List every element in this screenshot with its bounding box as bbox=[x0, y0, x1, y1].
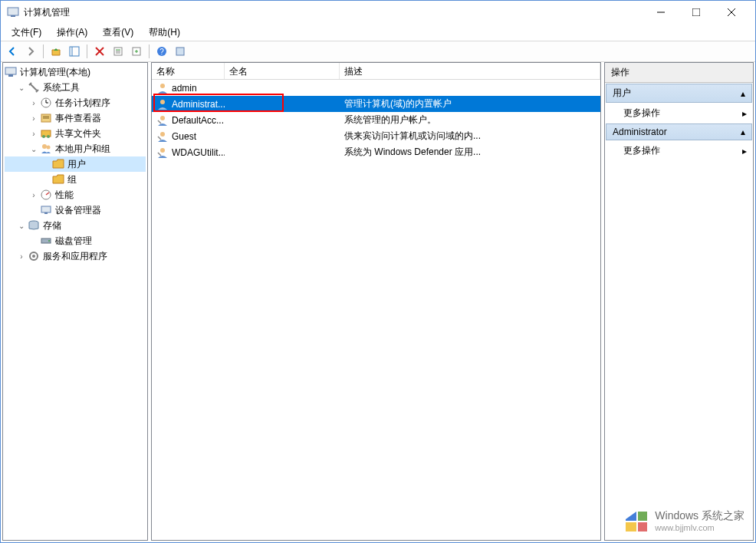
watermark-url: www.bjjmlv.com bbox=[655, 523, 744, 532]
storage-icon bbox=[28, 219, 40, 232]
menu-view[interactable]: 查看(V) bbox=[97, 25, 140, 41]
col-header-fullname[interactable]: 全名 bbox=[225, 63, 340, 79]
col-header-name[interactable]: 名称 bbox=[152, 63, 225, 79]
tree-event-viewer[interactable]: › 事件查看器 bbox=[5, 110, 146, 126]
help-button[interactable]: ? bbox=[153, 43, 170, 60]
user-icon bbox=[156, 82, 169, 94]
minimize-button[interactable] bbox=[643, 1, 679, 24]
svg-rect-6 bbox=[70, 47, 79, 56]
svg-point-37 bbox=[48, 240, 50, 242]
list-body: admin Administrat... 管理计算机(域)的内置帐户 Defau… bbox=[152, 80, 600, 540]
svg-point-29 bbox=[42, 144, 47, 149]
tree-services-apps[interactable]: › 服务和应用程序 bbox=[5, 248, 146, 264]
svg-rect-19 bbox=[8, 74, 13, 77]
collapse-icon[interactable]: ⌄ bbox=[17, 221, 26, 230]
list-header: 名称 全名 描述 bbox=[152, 63, 600, 80]
svg-point-43 bbox=[160, 132, 165, 137]
delete-button[interactable] bbox=[91, 43, 108, 60]
clock-icon bbox=[40, 97, 52, 109]
windows-logo-icon bbox=[623, 507, 650, 535]
expand-icon[interactable]: › bbox=[17, 252, 26, 261]
chevron-right-icon: ▸ bbox=[742, 108, 747, 119]
tree-disk-management[interactable]: 磁盘管理 bbox=[5, 233, 146, 248]
svg-point-44 bbox=[160, 148, 165, 153]
disk-icon bbox=[40, 235, 52, 247]
event-icon bbox=[40, 112, 52, 124]
navigation-tree: 计算机管理(本地) ⌄ 系统工具 › 任务计划程序 › 事件查看器 › 共享文件… bbox=[3, 63, 147, 540]
services-icon bbox=[28, 250, 40, 262]
tree-shared-folders[interactable]: › 共享文件夹 bbox=[5, 126, 146, 141]
action-more-administrator[interactable]: 更多操作 ▸ bbox=[605, 141, 753, 160]
collapse-icon: ▴ bbox=[741, 88, 745, 99]
action-section-users[interactable]: 用户 ▴ bbox=[606, 84, 752, 103]
svg-text:?: ? bbox=[159, 48, 164, 56]
show-hide-button[interactable] bbox=[66, 43, 83, 60]
window-title: 计算机管理 bbox=[24, 6, 70, 19]
maximize-button[interactable] bbox=[679, 1, 714, 24]
refresh-button[interactable] bbox=[110, 43, 127, 60]
list-row-defaultaccount[interactable]: DefaultAcc... 系统管理的用户帐户。 bbox=[152, 112, 600, 128]
up-button[interactable] bbox=[48, 43, 64, 60]
svg-rect-46 bbox=[638, 512, 647, 521]
collapse-icon[interactable]: ⌄ bbox=[17, 83, 26, 92]
list-row-administrator[interactable]: Administrat... 管理计算机(域)的内置帐户 bbox=[152, 96, 600, 112]
svg-point-27 bbox=[42, 135, 45, 138]
perf-icon bbox=[40, 189, 52, 201]
tree-groups[interactable]: 组 bbox=[5, 172, 146, 187]
share-icon bbox=[40, 127, 52, 140]
expand-icon[interactable]: › bbox=[29, 129, 38, 138]
action-more-users[interactable]: 更多操作 ▸ bbox=[605, 104, 753, 123]
svg-rect-47 bbox=[638, 522, 647, 531]
forward-button[interactable] bbox=[22, 43, 39, 60]
user-icon bbox=[156, 130, 169, 143]
tree-pane: 计算机管理(本地) ⌄ 系统工具 › 任务计划程序 › 事件查看器 › 共享文件… bbox=[2, 62, 148, 541]
folder-icon bbox=[52, 158, 64, 170]
user-icon bbox=[156, 146, 169, 159]
list-row-wdagutility[interactable]: WDAGUtilit... 系统为 Windows Defender 应用... bbox=[152, 144, 600, 160]
users-icon bbox=[40, 143, 52, 155]
action-section-administrator[interactable]: Administrator ▴ bbox=[606, 123, 752, 140]
back-button[interactable] bbox=[4, 43, 21, 60]
tree-storage[interactable]: ⌄ 存储 bbox=[5, 218, 146, 233]
action-header: 操作 bbox=[605, 63, 753, 83]
app-icon bbox=[7, 6, 19, 18]
properties-button[interactable] bbox=[172, 43, 189, 60]
col-header-desc[interactable]: 描述 bbox=[340, 63, 600, 79]
list-row-guest[interactable]: Guest 供来宾访问计算机或访问域的内... bbox=[152, 128, 600, 144]
svg-point-41 bbox=[160, 100, 165, 104]
svg-rect-18 bbox=[5, 67, 16, 74]
expand-icon[interactable]: › bbox=[29, 98, 38, 107]
folder-icon bbox=[52, 173, 64, 186]
tree-system-tools[interactable]: ⌄ 系统工具 bbox=[5, 80, 146, 95]
expand-icon[interactable]: › bbox=[29, 190, 38, 199]
user-icon bbox=[156, 98, 169, 110]
tree-users[interactable]: 用户 bbox=[5, 156, 146, 172]
svg-point-28 bbox=[47, 135, 50, 138]
svg-rect-34 bbox=[44, 212, 48, 214]
svg-point-30 bbox=[47, 146, 51, 150]
close-button[interactable] bbox=[714, 1, 749, 24]
watermark-brand: Windows 系统之家 bbox=[655, 509, 744, 523]
collapse-icon[interactable]: ⌄ bbox=[29, 144, 38, 153]
menu-file[interactable]: 文件(F) bbox=[5, 25, 48, 41]
svg-rect-45 bbox=[626, 522, 636, 531]
chevron-right-icon: ▸ bbox=[742, 146, 747, 156]
menu-help[interactable]: 帮助(H) bbox=[143, 25, 186, 41]
svg-point-39 bbox=[32, 255, 35, 258]
tree-device-manager[interactable]: 设备管理器 bbox=[5, 202, 146, 218]
tree-performance[interactable]: › 性能 bbox=[5, 187, 146, 202]
menu-action[interactable]: 操作(A) bbox=[51, 25, 94, 41]
tree-root[interactable]: 计算机管理(本地) bbox=[5, 64, 146, 80]
toolbar: ? bbox=[1, 41, 755, 62]
export-button[interactable] bbox=[128, 43, 145, 60]
list-row-admin[interactable]: admin bbox=[152, 80, 600, 96]
menu-bar: 文件(F) 操作(A) 查看(V) 帮助(H) bbox=[1, 24, 755, 41]
tree-task-scheduler[interactable]: › 任务计划程序 bbox=[5, 95, 146, 110]
svg-point-40 bbox=[160, 84, 165, 88]
expand-icon[interactable]: › bbox=[29, 114, 38, 123]
svg-rect-17 bbox=[176, 48, 184, 55]
svg-point-42 bbox=[160, 116, 165, 120]
tree-local-users-groups[interactable]: ⌄ 本地用户和组 bbox=[5, 141, 146, 156]
svg-rect-0 bbox=[8, 8, 18, 15]
action-pane: 操作 用户 ▴ 更多操作 ▸ Administrator ▴ 更多操作 ▸ bbox=[604, 62, 754, 541]
